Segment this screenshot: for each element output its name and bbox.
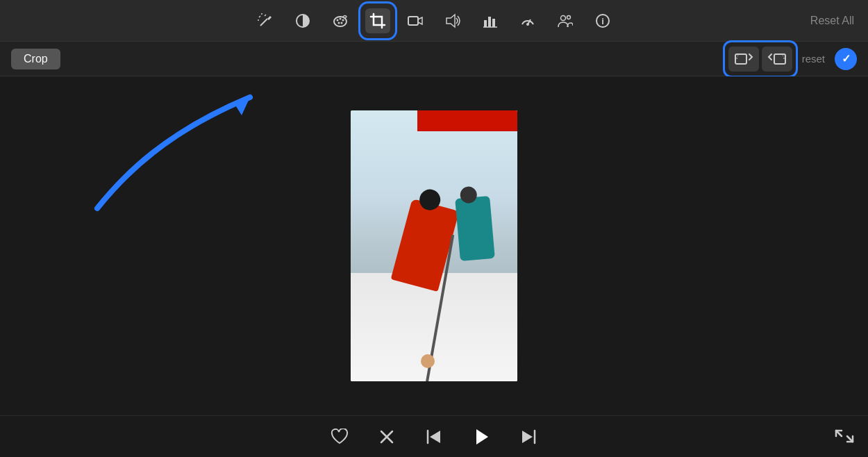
chart-icon[interactable] xyxy=(478,8,503,33)
svg-point-8 xyxy=(337,19,339,21)
people-icon[interactable] xyxy=(553,8,578,33)
playback-bar xyxy=(0,415,868,457)
next-button[interactable] xyxy=(515,423,542,451)
palette-icon[interactable] xyxy=(328,8,353,33)
audio-icon[interactable] xyxy=(440,8,465,33)
toolbar-icons: i xyxy=(253,8,615,33)
video-icon[interactable] xyxy=(403,8,428,33)
done-button[interactable] xyxy=(835,48,857,70)
video-skier-teal xyxy=(455,195,495,260)
color-adjust-icon[interactable] xyxy=(290,8,315,33)
svg-point-12 xyxy=(338,22,340,24)
info-icon[interactable]: i xyxy=(590,8,615,33)
crop-label-button[interactable]: Crop xyxy=(11,49,60,69)
sub-toolbar-right: reset xyxy=(728,47,857,72)
svg-rect-14 xyxy=(408,17,418,25)
sub-toolbar: Crop reset xyxy=(0,42,868,76)
expand-button[interactable] xyxy=(835,428,854,449)
play-button[interactable] xyxy=(467,423,495,451)
svg-point-22 xyxy=(526,23,529,26)
rotate-left-button[interactable] xyxy=(728,47,759,72)
video-red-banner xyxy=(417,110,517,131)
svg-marker-29 xyxy=(235,97,250,115)
svg-rect-13 xyxy=(374,17,382,25)
magic-wand-icon[interactable] xyxy=(253,8,278,33)
gauge-icon[interactable] xyxy=(515,8,540,33)
like-button[interactable] xyxy=(326,423,353,451)
svg-marker-1 xyxy=(267,16,272,20)
svg-marker-34 xyxy=(476,429,488,444)
svg-line-4 xyxy=(265,15,266,16)
svg-point-10 xyxy=(342,19,344,21)
svg-text:i: i xyxy=(601,16,604,26)
reset-button[interactable]: reset xyxy=(802,53,825,65)
main-content-area xyxy=(0,76,868,415)
reset-all-button[interactable]: Reset All xyxy=(810,15,854,27)
prev-button[interactable] xyxy=(420,423,448,451)
svg-point-23 xyxy=(561,15,566,20)
crop-icon[interactable] xyxy=(365,8,390,33)
rotate-right-button[interactable] xyxy=(762,47,792,72)
reject-button[interactable] xyxy=(373,423,401,451)
svg-marker-33 xyxy=(430,431,440,443)
svg-rect-19 xyxy=(492,19,495,27)
top-toolbar: i Reset All xyxy=(0,0,868,42)
video-background xyxy=(351,110,517,381)
video-hand xyxy=(421,354,435,368)
svg-point-24 xyxy=(567,15,571,19)
svg-rect-17 xyxy=(484,20,487,27)
svg-point-11 xyxy=(341,22,343,24)
svg-line-0 xyxy=(260,19,267,26)
svg-marker-36 xyxy=(522,431,533,443)
svg-marker-16 xyxy=(446,15,455,27)
video-preview xyxy=(351,110,517,381)
rotate-buttons-group xyxy=(728,47,792,72)
svg-point-9 xyxy=(340,17,342,19)
svg-line-2 xyxy=(259,16,260,17)
svg-rect-18 xyxy=(488,17,491,27)
blue-arrow-annotation xyxy=(83,76,306,215)
